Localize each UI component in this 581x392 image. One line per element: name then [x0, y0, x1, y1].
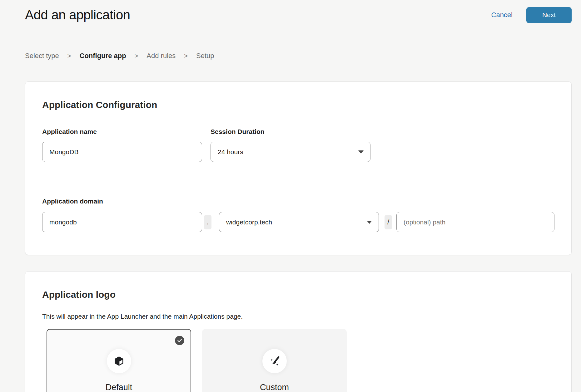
chevron-down-icon [358, 150, 364, 154]
next-button[interactable]: Next [526, 7, 572, 23]
step-select-type[interactable]: Select type [25, 52, 59, 60]
page-header: Add an application Cancel Next [25, 0, 572, 24]
selected-check-badge [175, 336, 184, 345]
subdomain-input[interactable] [42, 212, 202, 232]
application-domain-label: Application domain [42, 198, 554, 205]
application-logo-card: Application logo This will appear in the… [25, 271, 572, 392]
domain-select[interactable]: widgetcorp.tech [219, 212, 379, 232]
logo-option-label: Default [47, 383, 191, 392]
session-duration-select[interactable]: 24 hours [211, 142, 370, 162]
chevron-down-icon [366, 220, 372, 224]
breadcrumb-separator: > [67, 52, 71, 60]
breadcrumb: Select type > Configure app > Add rules … [25, 52, 572, 60]
add-application-page: Add an application Cancel Next Select ty… [0, 0, 581, 392]
application-name-field-group: Application name [42, 128, 202, 162]
name-duration-row: Application name Session Duration 24 hou… [42, 128, 554, 162]
path-input[interactable] [396, 212, 554, 232]
domain-select-value: widgetcorp.tech [226, 218, 272, 226]
custom-logo-circle [262, 349, 287, 373]
application-configuration-card: Application Configuration Application na… [25, 81, 572, 255]
logo-options: Default Custom [47, 329, 554, 392]
logo-option-label: Custom [203, 383, 346, 392]
page-title: Add an application [25, 6, 130, 24]
paintbrush-icon [269, 355, 280, 367]
application-logo-description: This will appear in the App Launcher and… [42, 313, 554, 320]
default-logo-circle [107, 349, 131, 373]
logo-option-custom[interactable]: Custom [202, 329, 347, 392]
check-icon [177, 339, 182, 342]
step-setup[interactable]: Setup [196, 52, 214, 60]
breadcrumb-separator: > [135, 52, 138, 60]
cube-icon [113, 355, 125, 367]
breadcrumb-separator: > [184, 52, 188, 60]
application-configuration-heading: Application Configuration [42, 99, 554, 110]
application-domain-row: . widgetcorp.tech / [42, 212, 554, 232]
application-name-label: Application name [42, 128, 202, 135]
dot-separator: . [204, 215, 211, 229]
step-configure-app[interactable]: Configure app [80, 52, 126, 60]
cancel-button[interactable]: Cancel [491, 11, 513, 19]
header-actions: Cancel Next [491, 7, 572, 23]
application-name-input[interactable] [42, 142, 202, 162]
application-logo-heading: Application logo [42, 289, 554, 300]
application-domain-field-group: Application domain . widgetcorp.tech / [42, 198, 554, 232]
session-duration-label: Session Duration [211, 128, 370, 135]
session-duration-field-group: Session Duration 24 hours [211, 128, 370, 162]
slash-separator: / [385, 215, 392, 229]
session-duration-value: 24 hours [218, 148, 243, 156]
logo-option-default[interactable]: Default [47, 329, 191, 392]
step-add-rules[interactable]: Add rules [146, 52, 176, 60]
